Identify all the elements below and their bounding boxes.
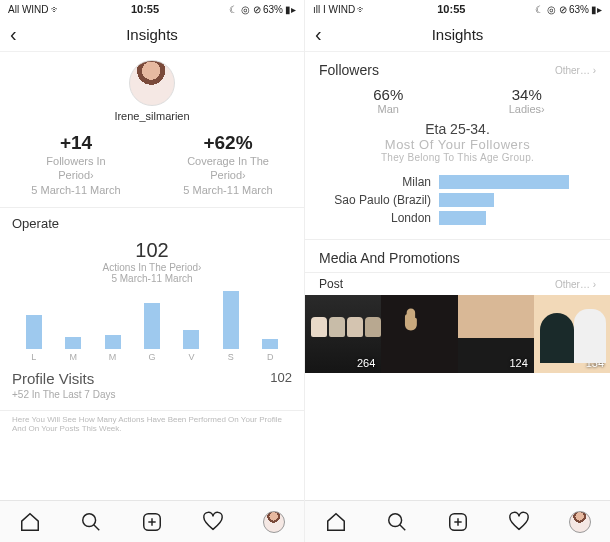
chart-bar: V: [179, 330, 203, 362]
post-title: Post: [319, 277, 343, 291]
post-count: 124: [509, 357, 527, 369]
age-note: They Belong To This Age Group.: [319, 152, 596, 163]
followers-other-link[interactable]: Other… ›: [555, 65, 596, 76]
media-title: Media And Promotions: [305, 240, 610, 272]
carrier: ıll I WIND: [313, 4, 355, 15]
chart-bar: M: [61, 337, 85, 362]
header: ‹ Insights: [305, 18, 610, 52]
post-thumb[interactable]: 124: [458, 295, 534, 373]
post-thumb[interactable]: [381, 295, 457, 373]
actions-sub: 5 March-11 March: [0, 273, 304, 284]
age-block: Eta 25-34. Most Of Your Followers They B…: [305, 115, 610, 173]
profile-visits-row[interactable]: Profile Visits 102: [0, 364, 304, 389]
chart-bar: S: [219, 291, 243, 362]
svg-line-1: [94, 524, 100, 530]
city-row: London: [305, 209, 610, 227]
tab-search[interactable]: [80, 511, 102, 533]
carrier: All WIND: [8, 4, 49, 15]
status-icons: ☾ ◎ ⊘: [535, 4, 567, 15]
svg-point-5: [388, 513, 401, 526]
actions-chart: LMMGVSD: [0, 286, 304, 364]
username: Irene_silmarien: [0, 110, 304, 122]
chart-bar: D: [258, 339, 282, 362]
gender-label: Ladies›: [458, 103, 597, 115]
chart-bar: G: [140, 303, 164, 362]
gender-label: Man: [319, 103, 458, 115]
stat-label: Coverage In The: [152, 154, 304, 168]
header: ‹ Insights: [0, 18, 304, 52]
avatar[interactable]: [129, 60, 175, 106]
post-other-link[interactable]: Other… ›: [555, 279, 596, 290]
tab-search[interactable]: [386, 511, 408, 533]
stat-value: +62%: [152, 132, 304, 154]
tab-activity[interactable]: [508, 511, 530, 533]
followers-title: Followers: [319, 62, 379, 78]
profile-visits-sub: +52 In The Last 7 Days: [0, 389, 304, 406]
gender-pct: 66%: [319, 86, 458, 103]
actions-count: 102: [0, 239, 304, 262]
city-chart: MilanSao Paulo (Brazil)London: [305, 173, 610, 227]
tab-profile[interactable]: [569, 511, 591, 533]
stat-label: Period›: [0, 168, 152, 182]
battery-icon: ▮▸: [285, 4, 296, 15]
chart-bar: M: [101, 335, 125, 362]
coverage-stat[interactable]: +62% Coverage In The Period› 5 March-11 …: [152, 132, 304, 197]
page-title: Insights: [0, 26, 304, 43]
followers-stat[interactable]: +14 Followers In Period› 5 March-11 Marc…: [0, 132, 152, 197]
tab-activity[interactable]: [202, 511, 224, 533]
clock: 10:55: [131, 3, 159, 15]
tab-bar: [0, 500, 304, 542]
chart-bar: L: [22, 315, 46, 362]
stat-value: +14: [0, 132, 152, 154]
back-button[interactable]: ‹: [10, 23, 17, 46]
battery-text: 63%: [263, 4, 283, 15]
svg-line-6: [399, 524, 405, 530]
tab-profile[interactable]: [263, 511, 285, 533]
battery-text: 63%: [569, 4, 589, 15]
status-bar: ıll I WIND ᯤ 10:55 ☾ ◎ ⊘ 63% ▮▸: [305, 0, 610, 18]
svg-point-0: [83, 513, 96, 526]
post-thumbnails: 264 124 134: [305, 295, 610, 373]
footnote: Here You Will See How Many Actions Have …: [0, 411, 304, 434]
operate-title: Operate: [0, 208, 304, 235]
wifi-icon: ᯤ: [51, 4, 61, 15]
stat-label: Period›: [152, 168, 304, 182]
gender-female: 34% Ladies›: [458, 86, 597, 115]
stat-label: 5 March-11 March: [0, 183, 152, 197]
age-title: Eta 25-34.: [319, 121, 596, 137]
post-thumb[interactable]: 134: [534, 295, 610, 373]
profile-visits-label: Profile Visits: [12, 370, 94, 387]
actions-sub: Actions In The Period›: [0, 262, 304, 273]
gender-pct: 34%: [458, 86, 597, 103]
tab-add[interactable]: [141, 511, 163, 533]
tab-home[interactable]: [19, 511, 41, 533]
post-count: 134: [586, 357, 604, 369]
status-icons: ☾ ◎ ⊘: [229, 4, 261, 15]
actions-summary[interactable]: 102 Actions In The Period› 5 March-11 Ma…: [0, 235, 304, 286]
back-button[interactable]: ‹: [315, 23, 322, 46]
clock: 10:55: [437, 3, 465, 15]
profile-visits-count: 102: [270, 370, 292, 387]
city-row: Milan: [305, 173, 610, 191]
battery-icon: ▮▸: [591, 4, 602, 15]
post-thumb[interactable]: 264: [305, 295, 381, 373]
wifi-icon: ᯤ: [357, 4, 367, 15]
page-title: Insights: [305, 26, 610, 43]
tab-add[interactable]: [447, 511, 469, 533]
stat-label: Followers In: [0, 154, 152, 168]
stat-label: 5 March-11 March: [152, 183, 304, 197]
status-bar: All WIND ᯤ 10:55 ☾ ◎ ⊘ 63% ▮▸: [0, 0, 304, 18]
post-count: 264: [357, 357, 375, 369]
tab-bar: [305, 500, 610, 542]
gender-male: 66% Man: [319, 86, 458, 115]
tab-home[interactable]: [325, 511, 347, 533]
age-sub: Most Of Your Followers: [319, 137, 596, 152]
city-row: Sao Paulo (Brazil): [305, 191, 610, 209]
